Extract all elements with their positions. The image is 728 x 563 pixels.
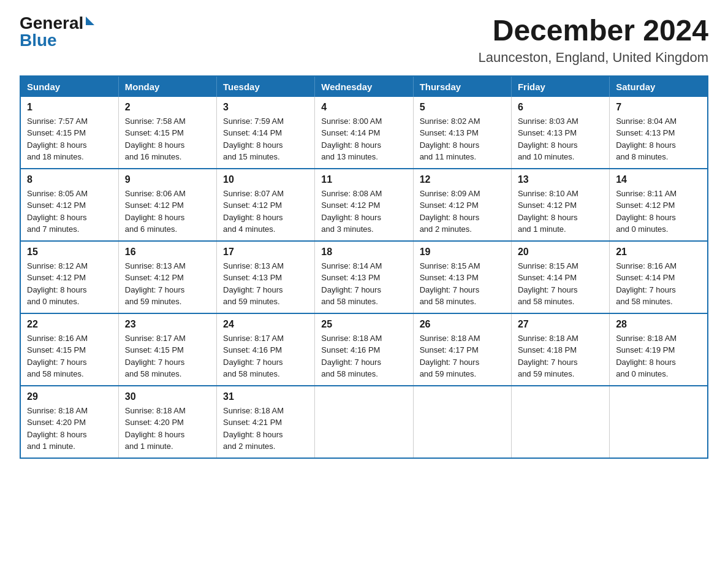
day-info: Sunrise: 8:18 AMSunset: 4:19 PMDaylight:… <box>616 332 701 380</box>
day-number: 21 <box>616 247 701 258</box>
day-number: 16 <box>125 247 210 258</box>
day-info: Sunrise: 8:18 AMSunset: 4:20 PMDaylight:… <box>27 405 112 453</box>
calendar-cell: 1Sunrise: 7:57 AMSunset: 4:15 PMDaylight… <box>20 97 118 169</box>
weekday-header-friday: Friday <box>511 76 609 97</box>
weekday-header-wednesday: Wednesday <box>315 76 413 97</box>
calendar-cell <box>511 386 609 458</box>
calendar-cell: 2Sunrise: 7:58 AMSunset: 4:15 PMDaylight… <box>118 97 216 169</box>
calendar-cell: 6Sunrise: 8:03 AMSunset: 4:13 PMDaylight… <box>511 97 609 169</box>
day-number: 5 <box>420 102 505 113</box>
day-info: Sunrise: 8:15 AMSunset: 4:13 PMDaylight:… <box>420 260 505 308</box>
weekday-header-monday: Monday <box>118 76 216 97</box>
calendar-cell: 3Sunrise: 7:59 AMSunset: 4:14 PMDaylight… <box>217 97 315 169</box>
day-number: 24 <box>223 319 308 330</box>
calendar-cell: 22Sunrise: 8:16 AMSunset: 4:15 PMDayligh… <box>20 313 118 386</box>
calendar-cell <box>413 386 511 458</box>
day-info: Sunrise: 8:18 AMSunset: 4:21 PMDaylight:… <box>223 405 308 453</box>
day-number: 7 <box>616 102 701 113</box>
day-number: 11 <box>321 174 406 185</box>
calendar-cell: 7Sunrise: 8:04 AMSunset: 4:13 PMDaylight… <box>610 97 708 169</box>
day-info: Sunrise: 7:57 AMSunset: 4:15 PMDaylight:… <box>27 115 112 163</box>
calendar-table: SundayMondayTuesdayWednesdayThursdayFrid… <box>20 75 708 459</box>
title-block: December 2024 Launceston, England, Unite… <box>479 15 708 66</box>
day-info: Sunrise: 8:16 AMSunset: 4:14 PMDaylight:… <box>616 260 701 308</box>
weekday-header-row: SundayMondayTuesdayWednesdayThursdayFrid… <box>20 76 708 97</box>
day-number: 10 <box>223 174 308 185</box>
calendar-cell: 13Sunrise: 8:10 AMSunset: 4:12 PMDayligh… <box>511 169 609 241</box>
day-number: 17 <box>223 247 308 258</box>
calendar-cell: 19Sunrise: 8:15 AMSunset: 4:13 PMDayligh… <box>413 241 511 313</box>
calendar-cell: 29Sunrise: 8:18 AMSunset: 4:20 PMDayligh… <box>20 386 118 458</box>
day-info: Sunrise: 8:18 AMSunset: 4:18 PMDaylight:… <box>518 332 603 380</box>
day-info: Sunrise: 8:15 AMSunset: 4:14 PMDaylight:… <box>518 260 603 308</box>
day-number: 3 <box>223 102 308 113</box>
calendar-cell: 24Sunrise: 8:17 AMSunset: 4:16 PMDayligh… <box>217 313 315 386</box>
calendar-cell: 31Sunrise: 8:18 AMSunset: 4:21 PMDayligh… <box>217 386 315 458</box>
calendar-cell: 14Sunrise: 8:11 AMSunset: 4:12 PMDayligh… <box>610 169 708 241</box>
calendar-cell: 18Sunrise: 8:14 AMSunset: 4:13 PMDayligh… <box>315 241 413 313</box>
calendar-cell: 27Sunrise: 8:18 AMSunset: 4:18 PMDayligh… <box>511 313 609 386</box>
weekday-header-sunday: Sunday <box>20 76 118 97</box>
day-number: 29 <box>27 391 112 402</box>
calendar-cell: 28Sunrise: 8:18 AMSunset: 4:19 PMDayligh… <box>610 313 708 386</box>
day-info: Sunrise: 8:06 AMSunset: 4:12 PMDaylight:… <box>125 188 210 236</box>
day-number: 15 <box>27 247 112 258</box>
weekday-header-thursday: Thursday <box>413 76 511 97</box>
logo-general-text: General <box>20 15 83 32</box>
calendar-cell: 8Sunrise: 8:05 AMSunset: 4:12 PMDaylight… <box>20 169 118 241</box>
day-number: 31 <box>223 391 308 402</box>
calendar-week-row: 22Sunrise: 8:16 AMSunset: 4:15 PMDayligh… <box>20 313 708 386</box>
day-number: 14 <box>616 174 701 185</box>
day-number: 23 <box>125 319 210 330</box>
calendar-cell <box>315 386 413 458</box>
day-number: 27 <box>518 319 603 330</box>
day-info: Sunrise: 8:18 AMSunset: 4:16 PMDaylight:… <box>321 332 406 380</box>
day-number: 12 <box>420 174 505 185</box>
day-number: 8 <box>27 174 112 185</box>
calendar-week-row: 8Sunrise: 8:05 AMSunset: 4:12 PMDaylight… <box>20 169 708 241</box>
month-year-title: December 2024 <box>479 15 708 47</box>
calendar-week-row: 15Sunrise: 8:12 AMSunset: 4:12 PMDayligh… <box>20 241 708 313</box>
weekday-header-saturday: Saturday <box>610 76 708 97</box>
day-info: Sunrise: 8:03 AMSunset: 4:13 PMDaylight:… <box>518 115 603 163</box>
calendar-cell: 12Sunrise: 8:09 AMSunset: 4:12 PMDayligh… <box>413 169 511 241</box>
day-info: Sunrise: 8:16 AMSunset: 4:15 PMDaylight:… <box>27 332 112 380</box>
calendar-cell: 30Sunrise: 8:18 AMSunset: 4:20 PMDayligh… <box>118 386 216 458</box>
day-info: Sunrise: 8:18 AMSunset: 4:17 PMDaylight:… <box>420 332 505 380</box>
day-info: Sunrise: 8:13 AMSunset: 4:12 PMDaylight:… <box>125 260 210 308</box>
day-info: Sunrise: 8:05 AMSunset: 4:12 PMDaylight:… <box>27 188 112 236</box>
day-info: Sunrise: 7:59 AMSunset: 4:14 PMDaylight:… <box>223 115 308 163</box>
day-number: 6 <box>518 102 603 113</box>
day-info: Sunrise: 8:04 AMSunset: 4:13 PMDaylight:… <box>616 115 701 163</box>
calendar-cell: 4Sunrise: 8:00 AMSunset: 4:14 PMDaylight… <box>315 97 413 169</box>
day-number: 9 <box>125 174 210 185</box>
day-number: 19 <box>420 247 505 258</box>
day-info: Sunrise: 8:17 AMSunset: 4:16 PMDaylight:… <box>223 332 308 380</box>
calendar-cell: 20Sunrise: 8:15 AMSunset: 4:14 PMDayligh… <box>511 241 609 313</box>
calendar-cell: 10Sunrise: 8:07 AMSunset: 4:12 PMDayligh… <box>217 169 315 241</box>
calendar-cell: 5Sunrise: 8:02 AMSunset: 4:13 PMDaylight… <box>413 97 511 169</box>
calendar-cell: 17Sunrise: 8:13 AMSunset: 4:13 PMDayligh… <box>217 241 315 313</box>
day-number: 28 <box>616 319 701 330</box>
day-number: 20 <box>518 247 603 258</box>
day-info: Sunrise: 8:12 AMSunset: 4:12 PMDaylight:… <box>27 260 112 308</box>
day-info: Sunrise: 7:58 AMSunset: 4:15 PMDaylight:… <box>125 115 210 163</box>
calendar-cell: 9Sunrise: 8:06 AMSunset: 4:12 PMDaylight… <box>118 169 216 241</box>
day-number: 1 <box>27 102 112 113</box>
calendar-cell: 15Sunrise: 8:12 AMSunset: 4:12 PMDayligh… <box>20 241 118 313</box>
day-info: Sunrise: 8:10 AMSunset: 4:12 PMDaylight:… <box>518 188 603 236</box>
day-info: Sunrise: 8:07 AMSunset: 4:12 PMDaylight:… <box>223 188 308 236</box>
day-info: Sunrise: 8:09 AMSunset: 4:12 PMDaylight:… <box>420 188 505 236</box>
weekday-header-tuesday: Tuesday <box>217 76 315 97</box>
calendar-week-row: 29Sunrise: 8:18 AMSunset: 4:20 PMDayligh… <box>20 386 708 458</box>
day-info: Sunrise: 8:18 AMSunset: 4:20 PMDaylight:… <box>125 405 210 453</box>
day-number: 25 <box>321 319 406 330</box>
day-number: 30 <box>125 391 210 402</box>
day-info: Sunrise: 8:02 AMSunset: 4:13 PMDaylight:… <box>420 115 505 163</box>
day-number: 13 <box>518 174 603 185</box>
page-header: General Blue December 2024 Launceston, E… <box>20 15 708 66</box>
day-info: Sunrise: 8:13 AMSunset: 4:13 PMDaylight:… <box>223 260 308 308</box>
location-subtitle: Launceston, England, United Kingdom <box>479 50 708 66</box>
day-info: Sunrise: 8:08 AMSunset: 4:12 PMDaylight:… <box>321 188 406 236</box>
logo: General Blue <box>20 15 94 49</box>
